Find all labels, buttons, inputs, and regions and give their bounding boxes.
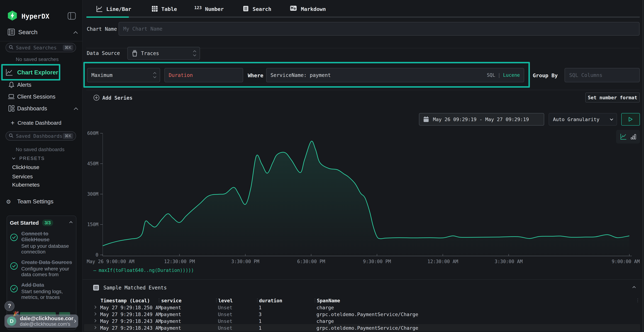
column-drag-handle-icon[interactable]: ⋮ [214,298,219,303]
event-cell[interactable]: grpc.oteldemo.PaymentService/Charge [316,325,418,331]
number-icon: 123 [194,5,202,10]
sidebar-item-search[interactable]: Search [18,28,38,36]
markdown-icon [290,5,297,11]
event-cell[interactable]: 1 [259,318,262,324]
event-cell[interactable]: payment [161,305,181,310]
dashboards-collapse-icon[interactable] [74,107,78,112]
column-drag-handle-icon[interactable]: ⋮ [636,298,640,303]
svg-text:May 26 9:00:00 AM: May 26 9:00:00 AM [87,259,134,264]
timeseries-chart[interactable]: 0150M300M450M600MMay 26 9:00:00 AM12:30:… [82,124,644,268]
saved-searches-input[interactable]: Saved Searches ⌘K [6,43,76,52]
event-cell[interactable]: charge [316,305,334,310]
help-button[interactable]: ? [4,301,14,311]
event-cell[interactable]: payment [161,318,181,324]
chart-legend: — maxIf(toFloat640..ng(Duration))))) [94,268,194,273]
event-cell[interactable]: 3 [259,312,262,317]
avatar: D [7,316,16,326]
shortcut-badge: ⌘K [63,133,73,139]
events-section-icon [92,284,100,292]
get-started-item[interactable]: Create Data SourcesConfigure where your … [10,260,73,278]
chart-name-input[interactable] [123,26,635,32]
events-col-header-spanname[interactable]: SpanName [317,298,340,304]
get-started-collapse-icon[interactable] [69,221,72,224]
tab-markdown[interactable]: Markdown [301,6,326,12]
expand-row-icon[interactable] [94,319,96,322]
event-cell[interactable]: grpc.oteldemo.PaymentService/Charge [316,312,418,317]
saved-dashboards-input[interactable]: Saved Dashboards ⌘K [6,131,76,140]
event-cell[interactable]: Unset [218,305,232,310]
preset-item-kubernetes[interactable]: Kubernetes [12,182,40,188]
column-drag-handle-icon[interactable]: ⋮ [313,298,317,303]
event-cell[interactable]: Unset [218,318,232,324]
data-source-select[interactable]: Traces [127,47,200,60]
chart-name-input-wrap [118,22,640,36]
set-number-format-button[interactable]: Set number format [585,92,640,102]
play-icon [628,117,633,122]
event-cell[interactable]: payment [161,325,181,331]
svg-text:12:30:00 PM: 12:30:00 PM [164,259,195,264]
list-icon [242,5,249,12]
event-cell[interactable]: payment [161,312,181,317]
group-by-input[interactable] [569,72,636,78]
check-circle-icon [10,260,21,278]
events-collapse-icon[interactable] [632,286,636,289]
chart-name-label: Chart Name [87,26,117,32]
get-started-item-desc: Set up your database connection [21,243,73,255]
events-col-header-level[interactable]: level [218,298,233,304]
sidebar-item-client-sessions[interactable]: Client Sessions [17,94,56,100]
check-circle-icon [10,282,21,300]
get-started-item-title: Create Data Sources [21,260,73,265]
tab-number[interactable]: Number [205,6,224,12]
tab-table[interactable]: Table [161,6,177,12]
events-col-header-duration[interactable]: duration [259,298,282,304]
event-cell[interactable]: May 27 9:29:18.243 AM [100,325,161,331]
event-cell[interactable]: May 27 9:29:18.250 AM [100,305,161,310]
user-menu[interactable]: D dale@clickhouse.com dale@clickhouse.co… [4,314,78,328]
presets-chevron-icon[interactable] [12,156,15,160]
search-collapse-icon[interactable] [73,31,78,36]
events-col-header-service[interactable]: service [161,298,182,304]
tabs-underline-active [86,16,129,18]
tab-linebar[interactable]: Line/Bar [106,6,131,12]
preset-item-services[interactable]: Services [12,174,33,180]
event-cell[interactable]: Unset [218,312,232,317]
preset-item-clickhouse[interactable]: ClickHouse [12,164,39,170]
column-drag-handle-icon[interactable]: ⋮ [157,298,161,303]
event-cell[interactable]: May 27 9:29:18.249 AM [100,312,161,317]
get-started-item[interactable]: Connect to ClickHouseSet up your databas… [10,231,73,255]
events-section-title: Sample Matched Events [104,285,167,291]
get-started-item-text: Connect to ClickHouseSet up your databas… [21,231,73,255]
app-title: HyperDX [22,12,49,20]
add-series-icon [93,94,100,102]
event-cell[interactable]: May 27 9:29:18.243 AM [100,318,161,324]
event-cell[interactable]: Unset [218,325,232,331]
sidebar-item-alerts[interactable]: Alerts [17,82,31,88]
sidebar-item-dashboards[interactable]: Dashboards [17,105,47,112]
scrollbar[interactable] [642,0,643,332]
user-subtitle: dale@clickhouse.com's [20,322,73,327]
sidebar-item-chart-explorer[interactable]: Chart Explorer [17,69,58,76]
create-dashboard-button[interactable]: Create Dashboard [18,120,61,126]
tabs-underline-track [86,16,640,18]
sidebar-item-team-settings[interactable]: Team Settings [17,198,54,205]
event-cell[interactable]: 1 [259,305,262,310]
get-started-item-title: Add Data [21,282,73,288]
presets-header[interactable]: PRESETS [19,156,45,161]
data-source-label: Data Source [87,50,120,56]
get-started-item-title: Connect to ClickHouse [21,231,73,242]
svg-text:0: 0 [96,252,98,258]
events-col-header-timestamplocal[interactable]: Timestamp (Local) [100,298,150,304]
tab-search[interactable]: Search [252,6,271,12]
collapse-sidebar-icon[interactable] [68,12,76,21]
expand-row-icon[interactable] [94,312,96,316]
svg-text:150M: 150M [87,222,98,227]
get-started-item[interactable]: Add DataStart sending logs, metrics, or … [10,282,73,300]
svg-text:6:30:00 PM: 6:30:00 PM [297,259,325,264]
column-drag-handle-icon[interactable]: ⋮ [255,298,260,303]
event-cell[interactable]: 1 [259,325,262,331]
svg-text:3:30:00 AM: 3:30:00 AM [495,259,523,264]
expand-row-icon[interactable] [94,306,96,309]
event-cell[interactable]: charge [316,318,334,324]
get-started-item-desc: Start sending logs, metrics, or traces [21,289,73,300]
add-series-button[interactable]: Add Series [102,95,132,101]
